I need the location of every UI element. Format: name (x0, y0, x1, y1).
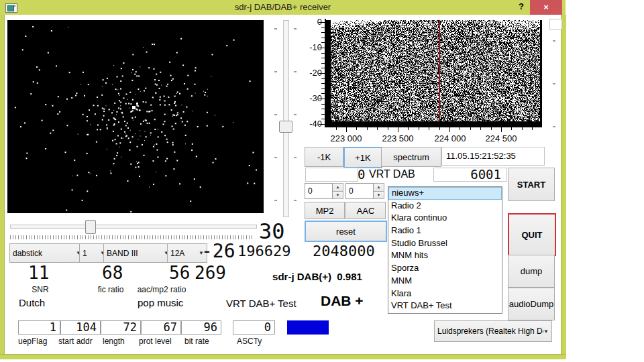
program-type-text: pop music (138, 297, 183, 308)
startaddr-field: 104 (60, 320, 101, 335)
fic-ratio-lcd: 68 (102, 263, 123, 283)
snr-label: SNR (20, 285, 60, 294)
startaddr-lcd: 104 (76, 320, 100, 334)
spin-down-icon[interactable]: ▼ (374, 191, 384, 199)
device-number-value: 1 (83, 249, 87, 258)
close-icon[interactable]: × (530, 0, 562, 15)
offset-lcd: -26 (201, 240, 235, 262)
service-item[interactable]: Sporza (388, 262, 502, 275)
bitrate-label: bit rate (184, 337, 209, 346)
x-axis-tick-label: 224 000 (427, 133, 474, 143)
spectrum-canvas (305, 19, 545, 133)
mode-text: DAB + (321, 293, 364, 309)
length-label: length (103, 337, 125, 346)
service-item[interactable]: MNM (388, 275, 502, 288)
window-border-left (0, 15, 5, 359)
gain-slider-track[interactable] (10, 225, 257, 229)
version-text: sdr-j DAB(+) 0.981 (262, 271, 373, 282)
audio-output-combo[interactable]: Luidsprekers (Realtek High Defi ▼ (434, 320, 552, 342)
spinbox-2-value[interactable]: 0 (345, 183, 374, 199)
x-axis-tick-label: 223 000 (323, 133, 370, 143)
spinbox-2[interactable]: 0 ▲▼ (345, 183, 384, 199)
y-axis-tick-label: -20 (301, 68, 322, 78)
service-list: nieuws+ Radio 2 Klara continuo Radio 1 S… (388, 186, 502, 314)
channel-value: 12A (170, 249, 184, 258)
app-window: sdr-j DAB/DAB+ receiver ? × 0 -10 -20 -3… (0, 0, 566, 359)
v-slider-track[interactable] (283, 20, 289, 217)
gain-lcd: 30 (259, 219, 285, 244)
v-slider-ticks-left (274, 28, 277, 202)
length-field: 72 (101, 320, 141, 335)
window-title: sdr-j DAB/DAB+ receiver (0, 2, 566, 12)
audiodump-button[interactable]: audioDump (508, 288, 555, 320)
bitrate-field: 96 (181, 320, 221, 335)
service-item[interactable]: nieuws+ (388, 187, 502, 200)
service-item[interactable]: Studio Brussel (388, 237, 502, 250)
spin-up-icon[interactable]: ▲ (374, 184, 384, 191)
mp2-button[interactable]: MP2 (305, 202, 345, 219)
snr-lcd: 11 (28, 263, 49, 283)
service-item[interactable]: Radio 2 (388, 200, 502, 213)
window-border-right (561, 15, 566, 359)
aac-ratio-lcd-2: 269 (195, 263, 226, 283)
spin-down-icon[interactable]: ▼ (333, 191, 343, 199)
reset-button[interactable]: reset (305, 221, 387, 242)
uepflag-label: uepFlag (18, 337, 47, 346)
start-button[interactable]: START (508, 168, 555, 201)
spinbox-1-value[interactable]: 0 (305, 183, 333, 199)
right-slider-ticks (553, 40, 555, 134)
audio-output-value: Luidsprekers (Realtek High Defi (437, 326, 543, 336)
spectrum-button[interactable]: spectrum (381, 147, 441, 167)
constellation-canvas (7, 20, 264, 213)
y-axis-tick-label: 0 (301, 17, 322, 27)
x-axis-tick-label: 224 500 (478, 133, 525, 143)
protlevel-lcd: 67 (164, 320, 180, 334)
device-combo[interactable]: dabstick ▼ (9, 243, 85, 263)
counter-lcd: 196629 (237, 243, 290, 259)
ensemble-id-field: 6001 (433, 168, 507, 182)
y-axis-tick-label: -30 (301, 93, 322, 103)
bitrate-lcd: 96 (204, 320, 221, 334)
language-text: Dutch (19, 297, 45, 308)
band-value: BAND III (107, 249, 138, 258)
service-item[interactable]: Klara (388, 288, 502, 300)
quit-button[interactable]: QUIT (508, 213, 556, 256)
uepflag-field: 1 (18, 320, 60, 335)
plus-1k-button[interactable]: +1K (343, 147, 382, 168)
protlevel-field: 67 (141, 320, 181, 335)
service-item[interactable]: VRT DAB+ Test (388, 300, 502, 312)
chevron-down-icon: ▼ (543, 328, 549, 335)
service-name-text: VRT DAB+ Test (226, 298, 297, 309)
gain-slider-handle[interactable] (85, 220, 96, 234)
samplerate-lcd: 2048000 (313, 243, 375, 259)
fic-ratio-label: fic ratio (91, 285, 131, 294)
protlevel-label: prot level (139, 337, 172, 346)
timestamp-text: 11.05.15:21:52:35 (446, 151, 516, 161)
aac-ratio-label: aac/mp2 ratio (131, 285, 192, 294)
ensemble-name: VRT DAB (369, 168, 415, 180)
y-axis-tick-label: -40 (301, 119, 322, 129)
x-axis-tick-label: 223 500 (374, 133, 421, 143)
service-item[interactable]: MNM hits (388, 249, 502, 262)
v-slider-ticks-right (294, 28, 297, 202)
window-border-bottom (0, 354, 566, 359)
dump-button[interactable]: dump (508, 255, 555, 288)
gain-slider-ticks (10, 235, 253, 239)
spin-up-icon[interactable]: ▲ (333, 184, 343, 191)
ascty-field: 0 (233, 320, 275, 335)
v-slider-handle[interactable] (279, 121, 292, 133)
startaddr-label: start addr (58, 337, 93, 346)
service-item[interactable]: Radio 1 (388, 225, 502, 237)
aac-button[interactable]: AAC (345, 202, 386, 219)
corner-box (549, 19, 562, 29)
band-combo[interactable]: BAND III ▼ (103, 243, 172, 263)
service-item[interactable]: Klara continuo (388, 212, 502, 225)
timestamp-field: 11.05.15:21:52:35 (441, 147, 545, 166)
length-lcd: 72 (123, 320, 140, 334)
uepflag-lcd: 1 (50, 320, 60, 334)
aac-ratio-lcd-1: 56 (169, 263, 190, 283)
help-icon[interactable]: ? (515, 1, 527, 13)
ascty-label: ASCTy (237, 337, 262, 346)
spinbox-1[interactable]: 0 ▲▼ (305, 183, 343, 199)
minus-1k-button[interactable]: -1K (305, 147, 343, 167)
